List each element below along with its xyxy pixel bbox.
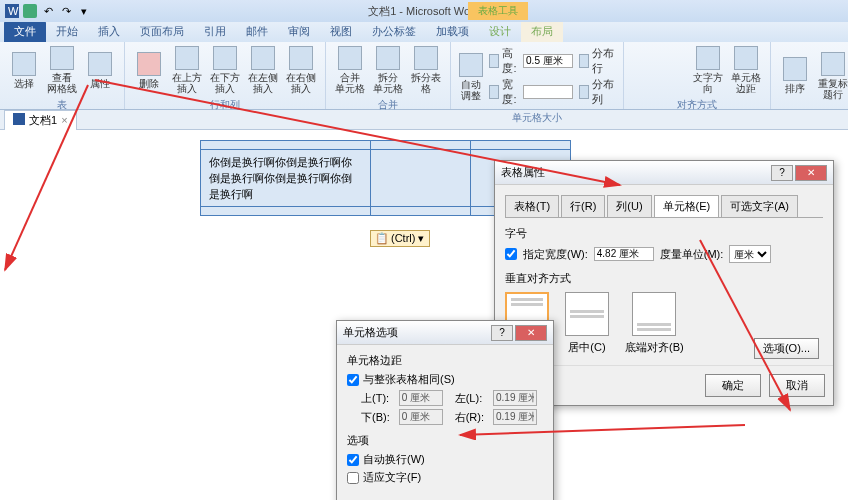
tab-mailings[interactable]: 邮件: [236, 21, 278, 42]
align-tr-button[interactable]: [669, 47, 685, 61]
paste-options-tag[interactable]: 📋 (Ctrl) ▾: [370, 230, 430, 247]
align-bl-button[interactable]: [633, 79, 649, 93]
ribbon-tabs: 文件 开始 插入 页面布局 引用 邮件 审阅 视图 办公标签 加载项 设计 布局: [0, 22, 848, 42]
tab-addins[interactable]: 加载项: [426, 21, 479, 42]
insert-left-button[interactable]: 在左侧插入: [245, 44, 281, 96]
align-tl-button[interactable]: [633, 47, 649, 61]
view-gridlines-button[interactable]: 查看 网格线: [44, 44, 80, 96]
align-tc-button[interactable]: [651, 47, 667, 61]
fit-text-checkbox[interactable]: [347, 472, 359, 484]
align-ml-button[interactable]: [633, 63, 649, 77]
align-center-label: 居中(C): [568, 340, 605, 355]
height-icon: [489, 54, 499, 68]
split-table-icon: [414, 46, 438, 70]
margin-right-input[interactable]: [493, 409, 537, 425]
insert-left-icon: [251, 46, 275, 70]
cell-options-button[interactable]: 选项(O)...: [754, 338, 819, 359]
split-cells-button[interactable]: 拆分 单元格: [370, 44, 406, 96]
tab-home[interactable]: 开始: [46, 21, 88, 42]
margin-left-label: 左(L):: [455, 391, 487, 406]
autofit-button[interactable]: 自动调整: [457, 44, 485, 109]
insert-above-icon: [175, 46, 199, 70]
props-ok-button[interactable]: 确定: [705, 374, 761, 397]
margin-top-input[interactable]: [399, 390, 443, 406]
sort-button[interactable]: 排序: [777, 44, 813, 107]
wrap-text-label: 自动换行(W): [363, 452, 425, 467]
text-direction-button[interactable]: 文字方向: [690, 44, 726, 96]
margins-header: 单元格边距: [347, 353, 543, 368]
align-br-button[interactable]: [669, 79, 685, 93]
tab-cell-props[interactable]: 单元格(E): [654, 195, 720, 217]
save-icon[interactable]: [22, 3, 38, 19]
props-cancel-button[interactable]: 取消: [769, 374, 825, 397]
insert-right-button[interactable]: 在右侧插入: [283, 44, 319, 96]
properties-button[interactable]: 属性: [82, 44, 118, 96]
group-label-align: 对齐方式: [630, 96, 764, 112]
tab-review[interactable]: 审阅: [278, 21, 320, 42]
insert-below-icon: [213, 46, 237, 70]
tab-file[interactable]: 文件: [4, 21, 46, 42]
tab-office[interactable]: 办公标签: [362, 21, 426, 42]
dialog-titlebar[interactable]: 表格属性 ? ✕: [495, 161, 833, 185]
tab-view[interactable]: 视图: [320, 21, 362, 42]
tab-row-props[interactable]: 行(R): [561, 195, 605, 217]
cellopts-close-button[interactable]: ✕: [515, 325, 547, 341]
delete-icon: [137, 52, 161, 76]
distribute-cols-button[interactable]: 分布列: [579, 77, 615, 107]
tab-design[interactable]: 设计: [479, 21, 521, 42]
repeat-header-button[interactable]: 重复标题行: [815, 44, 848, 107]
align-bottom-label: 底端对齐(B): [625, 340, 684, 355]
spec-width-checkbox[interactable]: [505, 248, 517, 260]
document-tab[interactable]: 文档1 ×: [4, 110, 77, 130]
tab-table-props[interactable]: 表格(T): [505, 195, 559, 217]
titlebar: W ↶ ↷ ▾ 文档1 - Microsoft Word 表格工具: [0, 0, 848, 22]
undo-icon[interactable]: ↶: [40, 3, 56, 19]
wrap-text-checkbox[interactable]: [347, 454, 359, 466]
dialog-help-button[interactable]: ?: [771, 165, 793, 181]
merge-icon: [338, 46, 362, 70]
dialog-tabs: 表格(T) 行(R) 列(U) 单元格(E) 可选文字(A): [505, 195, 823, 218]
svg-rect-3: [13, 113, 25, 125]
tab-layout[interactable]: 布局: [521, 21, 563, 42]
qat-dropdown-icon[interactable]: ▾: [76, 3, 92, 19]
insert-above-button[interactable]: 在上方插入: [169, 44, 205, 96]
svg-rect-2: [23, 4, 37, 18]
gridlines-icon: [50, 46, 74, 70]
tab-pagelayout[interactable]: 页面布局: [130, 21, 194, 42]
redo-icon[interactable]: ↷: [58, 3, 74, 19]
doc-icon: [13, 113, 25, 127]
unit-select[interactable]: 厘米: [729, 245, 771, 263]
align-mc-button[interactable]: [651, 63, 667, 77]
align-bc-button[interactable]: [651, 79, 667, 93]
align-center-button[interactable]: [565, 292, 609, 336]
merge-cells-button[interactable]: 合并 单元格: [332, 44, 368, 96]
tab-references[interactable]: 引用: [194, 21, 236, 42]
align-mr-button[interactable]: [669, 63, 685, 77]
group-data: 排序 重复标题行: [771, 42, 848, 109]
distribute-rows-button[interactable]: 分布行: [579, 46, 615, 76]
size-header: 字号: [505, 226, 823, 241]
align-bottom-button[interactable]: [632, 292, 676, 336]
margin-bottom-input[interactable]: [399, 409, 443, 425]
width-input[interactable]: [523, 85, 573, 99]
delete-button[interactable]: 删除: [131, 44, 167, 96]
cellopts-help-button[interactable]: ?: [491, 325, 513, 341]
fit-text-label: 适应文字(F): [363, 470, 421, 485]
margin-left-input[interactable]: [493, 390, 537, 406]
text-cell[interactable]: 你倒是换行啊你倒是换行啊你倒是换行啊你倒是换行啊你倒是换行啊: [201, 150, 371, 207]
tab-insert[interactable]: 插入: [88, 21, 130, 42]
group-label-cellsize: 单元格大小: [457, 109, 617, 125]
select-button[interactable]: 选择: [6, 44, 42, 96]
tab-alttext-props[interactable]: 可选文字(A): [721, 195, 798, 217]
same-as-table-checkbox[interactable]: [347, 374, 359, 386]
dialog-close-button[interactable]: ✕: [795, 165, 827, 181]
doc-tab-close-icon[interactable]: ×: [61, 114, 67, 126]
split-table-button[interactable]: 拆分表格: [408, 44, 444, 96]
dist-rows-icon: [579, 54, 589, 68]
height-input[interactable]: [523, 54, 573, 68]
insert-below-button[interactable]: 在下方插入: [207, 44, 243, 96]
tab-col-props[interactable]: 列(U): [607, 195, 651, 217]
spec-width-input[interactable]: [594, 247, 654, 261]
cellopts-titlebar[interactable]: 单元格选项 ? ✕: [337, 321, 553, 345]
cell-margins-button[interactable]: 单元格 边距: [728, 44, 764, 96]
